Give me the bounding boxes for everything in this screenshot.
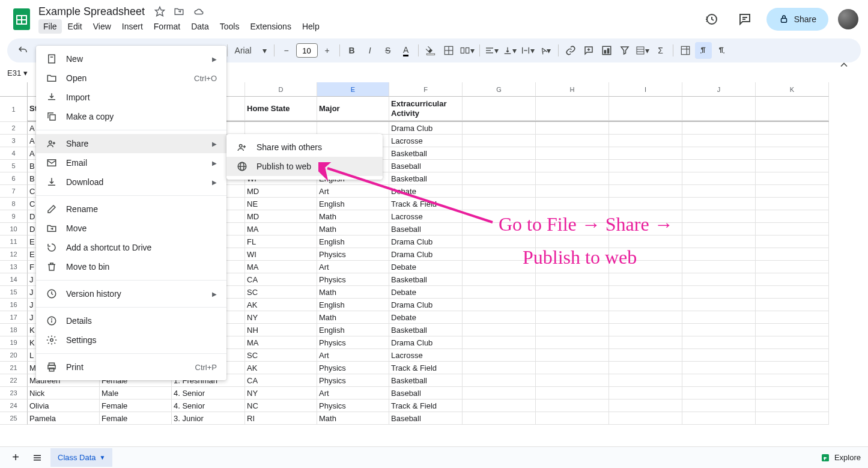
menu-print[interactable]: PrintCtrl+P	[36, 357, 226, 377]
cell[interactable]: Physics	[317, 336, 389, 349]
menu-settings[interactable]: Settings	[36, 330, 226, 350]
cell[interactable]	[756, 135, 829, 147]
cell[interactable]	[463, 324, 536, 336]
cell[interactable]	[609, 236, 682, 248]
cell[interactable]	[756, 248, 829, 261]
cell[interactable]: NH	[245, 324, 317, 336]
name-box[interactable]: E31 ▾	[7, 66, 30, 80]
cell[interactable]	[317, 122, 389, 135]
menubar-file[interactable]: File	[38, 19, 62, 34]
cell[interactable]: NY	[245, 311, 317, 324]
cell[interactable]	[536, 400, 609, 412]
menubar-insert[interactable]: Insert	[117, 19, 148, 34]
cell[interactable]: Baseball	[389, 387, 463, 400]
cell[interactable]	[536, 273, 609, 286]
cell[interactable]	[756, 172, 829, 185]
link-button[interactable]	[562, 42, 579, 59]
row-header[interactable]: 8	[0, 198, 28, 210]
cell[interactable]	[756, 311, 829, 324]
share-button[interactable]: Share	[766, 8, 828, 31]
row-header[interactable]: 3	[0, 135, 28, 147]
cell[interactable]	[536, 299, 609, 311]
cell[interactable]	[756, 160, 829, 172]
cell[interactable]	[536, 311, 609, 324]
cell[interactable]	[536, 349, 609, 362]
cell[interactable]	[609, 299, 682, 311]
cell[interactable]	[756, 236, 829, 248]
menu-details[interactable]: Details	[36, 311, 226, 330]
menu-version-history[interactable]: Version history▶	[36, 284, 226, 303]
cell[interactable]	[609, 147, 682, 160]
cell[interactable]: English	[317, 324, 389, 336]
row-header[interactable]: 16	[0, 299, 28, 311]
cell[interactable]: Physics	[317, 362, 389, 374]
cell[interactable]: Debate	[389, 261, 463, 273]
cell[interactable]: MD	[245, 185, 317, 198]
menu-download[interactable]: Download▶	[36, 172, 226, 192]
cell[interactable]	[463, 172, 536, 185]
cell[interactable]	[609, 336, 682, 349]
column-header[interactable]: G	[463, 82, 536, 97]
menubar-help[interactable]: Help	[297, 19, 324, 34]
filter-views-button[interactable]: ▾	[634, 42, 651, 59]
font-select[interactable]: Arial ▾	[231, 42, 270, 59]
star-icon[interactable]	[154, 6, 165, 17]
cell[interactable]	[682, 122, 756, 135]
menu-open[interactable]: OpenCtrl+O	[36, 68, 226, 88]
cell[interactable]: Physics	[317, 248, 389, 261]
row-header[interactable]: 9	[0, 210, 28, 223]
cell[interactable]	[756, 223, 829, 236]
rtl-sheet-button[interactable]	[677, 42, 694, 59]
cell[interactable]	[536, 374, 609, 387]
collapse-toolbar-button[interactable]	[832, 53, 856, 77]
column-header[interactable]: H	[536, 82, 609, 97]
column-header[interactable]: K	[756, 82, 829, 97]
cell[interactable]: SC	[245, 286, 317, 299]
cell[interactable]: Physics	[317, 374, 389, 387]
cell[interactable]: Basketball	[389, 273, 463, 286]
cell[interactable]: FL	[245, 236, 317, 248]
header-cell[interactable]	[756, 97, 829, 121]
font-size-input[interactable]	[296, 43, 318, 58]
font-increase-button[interactable]: +	[319, 42, 336, 59]
cell[interactable]	[756, 362, 829, 374]
cell[interactable]: Art	[317, 349, 389, 362]
row-header[interactable]: 13	[0, 261, 28, 273]
menubar-data[interactable]: Data	[186, 19, 214, 34]
cell[interactable]	[463, 336, 536, 349]
cell[interactable]	[609, 248, 682, 261]
cell[interactable]	[682, 135, 756, 147]
cell[interactable]	[609, 198, 682, 210]
filter-button[interactable]	[616, 42, 633, 59]
row-header[interactable]: 4	[0, 147, 28, 160]
row-header[interactable]: 24	[0, 400, 28, 412]
cell[interactable]	[463, 236, 536, 248]
sheet-tab[interactable]: Class Data ▼	[50, 448, 112, 467]
bold-button[interactable]: B	[344, 42, 360, 59]
row-header[interactable]: 15	[0, 286, 28, 299]
cell[interactable]	[536, 210, 609, 223]
menubar-format[interactable]: Format	[149, 19, 185, 34]
submenu-publish-web[interactable]: Publish to web	[226, 157, 383, 176]
cell[interactable]: Female	[100, 412, 172, 425]
menu-move[interactable]: Move	[36, 219, 226, 238]
cell[interactable]	[682, 185, 756, 198]
cell[interactable]	[682, 210, 756, 223]
cell[interactable]	[536, 147, 609, 160]
cell[interactable]	[682, 223, 756, 236]
cell[interactable]: CA	[245, 374, 317, 387]
cell[interactable]	[463, 160, 536, 172]
cell[interactable]	[682, 324, 756, 336]
cell[interactable]: Basketball	[389, 147, 463, 160]
cell[interactable]	[463, 286, 536, 299]
cell[interactable]	[682, 172, 756, 185]
cell[interactable]	[463, 387, 536, 400]
row-header[interactable]: 5	[0, 160, 28, 172]
cell[interactable]	[682, 286, 756, 299]
cell[interactable]: Math	[317, 286, 389, 299]
chart-button[interactable]	[598, 42, 615, 59]
cell[interactable]	[682, 160, 756, 172]
cell[interactable]: AK	[245, 362, 317, 374]
cell[interactable]: Female	[100, 400, 172, 412]
cell[interactable]	[682, 362, 756, 374]
